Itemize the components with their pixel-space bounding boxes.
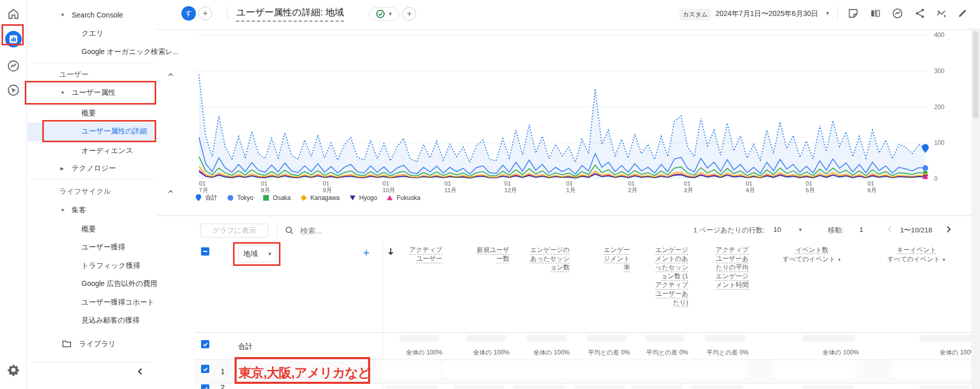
legend-item: Tokyo: [227, 194, 253, 201]
column-header[interactable]: たりの平均: [716, 264, 749, 272]
settings-gear-icon[interactable]: [7, 363, 20, 377]
select-all-checkbox[interactable]: [201, 247, 209, 256]
x-axis-tick: 0112月: [504, 180, 517, 194]
sidebar-item[interactable]: トラフィック獲得: [27, 258, 157, 274]
header-divider: [837, 6, 838, 20]
redacted-value: [587, 335, 627, 342]
dimension-selector[interactable]: 地域▼: [238, 245, 277, 262]
column-header[interactable]: キーイベント: [897, 246, 936, 254]
trend-sparkle-icon[interactable]: [935, 7, 948, 20]
row-checkbox[interactable]: [201, 340, 209, 348]
x-axis-tick: 019月: [323, 180, 332, 194]
library-icon: [62, 340, 71, 348]
sidebar-divider: [31, 362, 153, 363]
chevron-down-icon[interactable]: ▼: [798, 227, 803, 232]
redacted-value: [453, 385, 504, 388]
total-subcell: 全体の 100%: [771, 348, 859, 357]
redacted-value: [776, 363, 854, 377]
legend-item: Kanagawa: [300, 194, 340, 201]
date-range-selector[interactable]: 2024年7月1日〜2025年6月30日: [716, 9, 818, 19]
add-comparison-icon[interactable]: +: [403, 7, 416, 21]
timeseries-chart[interactable]: [0, 28, 980, 204]
legend-item: Osaka: [262, 194, 291, 201]
search-icon[interactable]: [285, 226, 294, 235]
insights-icon[interactable]: [891, 7, 904, 20]
pagination-range: 1〜10/218: [900, 226, 932, 235]
search-input[interactable]: 検索...: [300, 226, 322, 236]
sidebar-item[interactable]: ユーザー獲得コホート: [27, 295, 157, 310]
legend-marker-icon: [195, 194, 202, 201]
redacted-value: [513, 385, 564, 388]
sidebar-item[interactable]: Google 広告以外の費用: [27, 276, 157, 292]
chevron-down-icon[interactable]: ▼: [837, 258, 841, 262]
sidebar-item-label: Google 広告以外の費用: [81, 279, 157, 289]
home-icon[interactable]: [7, 7, 20, 21]
sidebar-item[interactable]: ライブラリ: [27, 336, 157, 352]
sidebar-item[interactable]: 見込み顧客の獲得: [27, 313, 157, 328]
redacted-value: [685, 363, 744, 377]
add-report-tab-icon[interactable]: +: [198, 7, 212, 20]
redacted-value: [802, 335, 856, 342]
total-row-label: 合計: [238, 342, 253, 351]
page-title[interactable]: ユーザー属性の詳細: 地域: [236, 6, 344, 22]
column-header[interactable]: ユーザーあ: [716, 255, 749, 263]
sidebar-item-label: トラフィック獲得: [81, 261, 140, 270]
chevron-down-icon: ▼: [388, 11, 393, 16]
row-checkbox[interactable]: [201, 384, 209, 389]
legend-item: 合計: [195, 193, 218, 202]
legend-item: Fukuoka: [386, 194, 420, 201]
row-divider: [195, 359, 971, 360]
note-icon[interactable]: [847, 7, 859, 20]
property-avatar[interactable]: す: [181, 6, 196, 21]
scrollbar-thumb[interactable]: [973, 31, 978, 119]
rows-per-page-select[interactable]: 10: [773, 226, 781, 233]
column-header[interactable]: イベント数: [795, 246, 828, 254]
redacted-value: [692, 385, 743, 388]
chevron-down-icon[interactable]: ▼: [942, 258, 946, 262]
row-checkbox[interactable]: [201, 365, 209, 373]
y-axis-tick: 0: [934, 175, 938, 182]
y-axis-tick: 300: [934, 67, 944, 75]
total-subcell: 全体の 100%: [888, 348, 976, 357]
comparison-icon[interactable]: [869, 7, 882, 20]
x-axis-tick: 0110月: [383, 180, 395, 194]
legend-marker-icon: [386, 194, 393, 201]
sidebar-item-label: Search Console: [72, 11, 123, 19]
prev-page-icon[interactable]: [886, 225, 894, 233]
chevron-down-icon: ▼: [268, 251, 272, 257]
column-header[interactable]: たり): [673, 299, 688, 307]
triangle-down-icon: ▼: [60, 12, 65, 18]
column-subheader[interactable]: すべてのイベント: [887, 256, 940, 263]
column-subheader[interactable]: すべてのイベント: [783, 256, 835, 263]
sidebar-item-label: ユーザー獲得: [81, 243, 125, 252]
dimension-label: 地域: [243, 249, 258, 259]
column-header[interactable]: ユーザーあ: [656, 290, 688, 298]
column-header[interactable]: アクティブ: [716, 246, 749, 255]
edit-icon[interactable]: [956, 7, 969, 20]
goto-page-input[interactable]: 1: [859, 226, 863, 233]
sidebar-item[interactable]: 概要: [27, 222, 157, 237]
share-icon[interactable]: [914, 7, 926, 20]
column-header[interactable]: エンゲージ: [716, 273, 749, 281]
x-axis-tick: 0111月: [444, 180, 456, 194]
triangle-down-icon: ▼: [60, 208, 65, 213]
header-bottom-border: [195, 332, 971, 333]
collapse-sidebar-icon[interactable]: [136, 367, 145, 376]
chevron-down-icon[interactable]: ▼: [825, 11, 830, 16]
redacted-value: [919, 335, 973, 342]
x-axis-tick: 012月: [628, 180, 637, 194]
sidebar-item[interactable]: ▼集客: [27, 202, 157, 218]
annotation-text: 東京,大阪,アメリカなど: [239, 364, 370, 381]
redacted-value: [445, 363, 505, 377]
column-header[interactable]: メント時間: [716, 281, 749, 290]
sidebar-item[interactable]: ユーザー獲得: [27, 240, 157, 255]
legend-marker-icon: [349, 194, 356, 201]
redacted-value: [705, 335, 745, 342]
next-page-icon[interactable]: [944, 225, 953, 233]
redacted-value: [466, 335, 506, 342]
redacted-value: [526, 335, 567, 342]
plot-rows-button[interactable]: グラフに表示: [200, 224, 268, 238]
redacted-value: [632, 385, 683, 388]
report-valid-badge[interactable]: ▼: [369, 7, 399, 21]
sidebar-item[interactable]: ▼Search Console: [27, 7, 157, 23]
